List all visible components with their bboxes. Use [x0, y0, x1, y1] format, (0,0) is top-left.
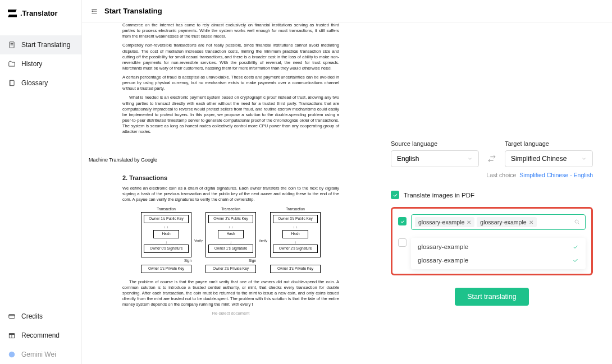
target-language-label: Target language: [505, 140, 593, 147]
book-icon: [8, 79, 16, 87]
doc-paragraph: What is needed is an electronic payment …: [122, 95, 339, 135]
collapse-sidebar-icon[interactable]: [90, 7, 99, 15]
translation-panel: Source language English Target language …: [380, 22, 612, 364]
sidebar-item-user[interactable]: Gemini Wei: [0, 345, 81, 364]
glossary-option[interactable]: glossary-example: [411, 254, 586, 267]
card-icon: [8, 312, 16, 320]
remove-tag-icon[interactable]: ✕: [529, 219, 533, 225]
app-logo: .Translator: [0, 4, 81, 24]
source-language-select[interactable]: English: [391, 150, 479, 167]
checkbox-icon[interactable]: [398, 217, 407, 225]
swap-icon: [487, 154, 496, 163]
search-icon: [574, 219, 581, 225]
sidebar-item-recommend[interactable]: Recommend: [0, 326, 81, 345]
folder-icon: [8, 60, 16, 68]
check-icon: [572, 257, 579, 264]
sidebar-item-label: Credits: [21, 312, 43, 320]
checkbox-icon[interactable]: [398, 238, 407, 247]
sidebar-item-label: Start Translating: [21, 41, 70, 49]
logo-icon: [8, 10, 17, 17]
chevron-down-icon: [467, 156, 473, 162]
doc-paragraph: Completely non-reversible transactions a…: [122, 43, 339, 71]
app-name: .Translator: [20, 9, 57, 17]
glossary-option[interactable]: glossary-example: [411, 240, 586, 254]
reselect-document[interactable]: Re-select document: [122, 311, 339, 316]
svg-point-9: [9, 352, 15, 358]
translate-images-option[interactable]: Translate images in PDF: [391, 191, 593, 199]
svg-rect-5: [9, 315, 15, 319]
last-choice-link[interactable]: Simplified Chinese - English: [519, 172, 593, 178]
source-language-label: Source language: [391, 140, 479, 147]
gift-icon: [8, 331, 16, 339]
sidebar-item-glossary[interactable]: Glossary: [0, 73, 81, 93]
svg-point-15: [575, 220, 578, 223]
document-icon: [8, 41, 16, 49]
glossary-tag: glossary-example✕: [477, 217, 536, 227]
svg-rect-3: [10, 80, 14, 85]
checkbox-icon: [391, 191, 399, 199]
section-heading: 2. Transactions: [122, 174, 339, 182]
page-title: Start Translating: [104, 7, 162, 15]
mt-attribution: Machine Translated by Google: [89, 157, 373, 163]
transaction-diagram: Transaction Owner 1's Public Key ↓ ↓ Has…: [141, 207, 321, 274]
remove-tag-icon[interactable]: ✕: [467, 219, 471, 225]
sidebar-item-label: Gemini Wei: [21, 351, 56, 358]
glossary-tag: glossary-example✕: [415, 217, 474, 227]
document-preview: Commerce on the Internet has come to rel…: [82, 22, 380, 364]
swap-languages-button[interactable]: [485, 150, 499, 167]
glossary-highlight-box: glossary-example✕ glossary-example✕ glos…: [391, 207, 593, 275]
sidebar-item-label: History: [21, 60, 42, 68]
avatar-icon: [8, 351, 16, 358]
glossary-tag-input[interactable]: glossary-example✕ glossary-example✕: [411, 214, 586, 230]
doc-paragraph: We define an electronic coin as a chain …: [122, 186, 339, 202]
sidebar-item-label: Recommend: [21, 331, 60, 339]
sidebar-item-history[interactable]: History: [0, 54, 81, 73]
doc-paragraph: Commerce on the Internet has come to rel…: [122, 22, 339, 39]
sidebar: .Translator Start Translating History Gl…: [0, 0, 82, 364]
page-header: Start Translating: [82, 0, 612, 22]
target-language-select[interactable]: Simplified Chinese: [505, 150, 593, 167]
glossary-dropdown: glossary-example glossary-example: [411, 238, 586, 269]
doc-paragraph: A certain percentage of fraud is accepte…: [122, 75, 339, 91]
last-choice: Last choice Simplified Chinese - English: [391, 172, 593, 178]
doc-paragraph: The problem of course is that the payee …: [122, 279, 339, 308]
sidebar-item-start-translating[interactable]: Start Translating: [0, 35, 81, 54]
sidebar-item-credits[interactable]: Credits: [0, 307, 81, 326]
check-icon: [572, 243, 579, 250]
start-translating-button[interactable]: Start translating: [455, 288, 529, 306]
svg-line-16: [578, 223, 580, 225]
chevron-down-icon: [581, 156, 587, 162]
sidebar-item-label: Glossary: [21, 79, 48, 87]
